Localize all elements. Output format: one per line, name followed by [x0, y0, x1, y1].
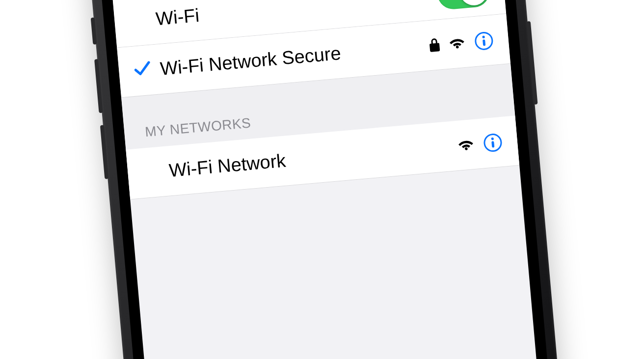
- svg-point-11: [465, 147, 468, 150]
- side-button-volume-down: [100, 125, 109, 179]
- wifi-signal-icon: [448, 31, 466, 54]
- lock-icon: [429, 35, 441, 57]
- svg-point-9: [482, 35, 485, 38]
- connected-network-name: Wi-Fi Network Secure: [159, 42, 342, 79]
- side-button-power: [527, 21, 538, 104]
- network-info-button[interactable]: [482, 132, 503, 153]
- checkmark-icon: [133, 58, 153, 82]
- info-icon: [473, 30, 494, 51]
- screen: 9:41 Wi-Fi: [104, 0, 540, 359]
- side-button-mute: [91, 17, 97, 44]
- svg-rect-10: [483, 39, 485, 45]
- network-info-button[interactable]: [473, 30, 494, 51]
- iphone-device-frame: 9:41 Wi-Fi: [81, 0, 563, 359]
- wifi-signal-icon: [456, 134, 475, 156]
- svg-rect-14: [491, 140, 494, 147]
- svg-point-7: [456, 45, 459, 48]
- wifi-toggle-label: Wi-Fi: [155, 4, 200, 29]
- info-icon: [482, 132, 503, 153]
- side-button-volume-up: [94, 59, 103, 113]
- wifi-toggle-switch[interactable]: [436, 0, 490, 10]
- known-network-name: Wi-Fi Network: [168, 150, 287, 181]
- svg-point-13: [491, 137, 494, 140]
